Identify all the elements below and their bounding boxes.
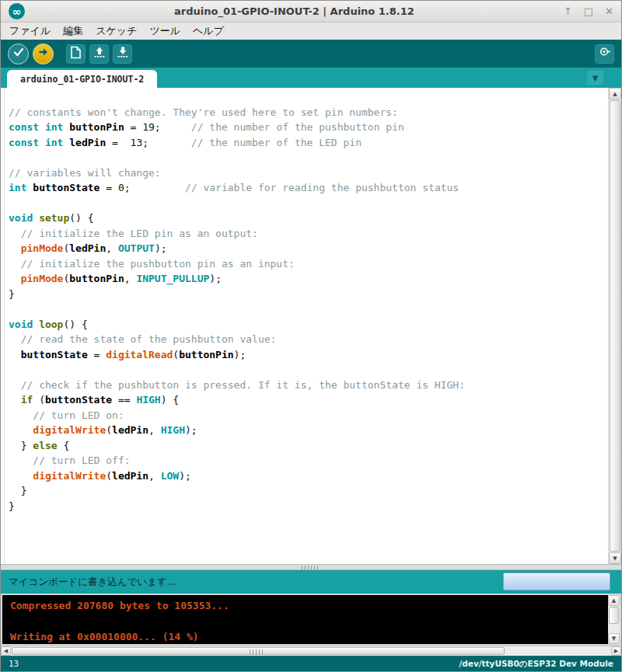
maximize-window-icon[interactable]: □ — [584, 6, 593, 16]
upload-status-message: マイコンボードに書き込んでいます... — [9, 576, 176, 589]
console-scroll-up-icon[interactable]: ▲ — [608, 595, 620, 606]
menu-file[interactable]: ファイル — [3, 23, 57, 40]
code-line[interactable]: } else { — [9, 440, 603, 455]
console-scrollbar-thumb[interactable] — [609, 607, 619, 624]
code-line[interactable]: digitalWrite(ledPin, HIGH); — [9, 424, 603, 440]
editor-vertical-scrollbar[interactable]: ▲ ▼ — [608, 88, 621, 564]
console-line — [10, 614, 603, 629]
console-scroll-down-icon[interactable]: ▼ — [608, 633, 620, 644]
editor-scrollbar-thumb[interactable] — [610, 100, 620, 552]
scroll-left-icon[interactable]: ◀ — [1, 646, 11, 656]
code-line[interactable]: const int buttonPin = 19; // the number … — [9, 121, 603, 137]
code-line[interactable]: // initialize the pushbutton pin as an i… — [9, 258, 603, 273]
scroll-up-icon[interactable]: ▲ — [609, 88, 621, 99]
menu-edit[interactable]: 編集 — [57, 23, 89, 40]
code-line[interactable]: void setup() { — [9, 212, 603, 228]
console-line: Compressed 207680 bytes to 105353... — [10, 598, 603, 614]
menu-help[interactable]: ヘルプ — [187, 23, 230, 40]
close-window-icon[interactable]: ✕ — [605, 6, 613, 16]
scroll-right-icon[interactable]: ▶ — [611, 646, 621, 656]
console-line: Writing at 0x00010000... (14 %) — [10, 629, 603, 644]
code-line[interactable] — [9, 91, 603, 106]
code-line[interactable]: // initialize the LED pin as an output: — [9, 228, 603, 243]
arrow-down-icon — [117, 46, 129, 61]
code-line[interactable]: digitalWrite(ledPin, LOW); — [9, 470, 603, 486]
serial-monitor-button[interactable] — [595, 44, 614, 64]
console-panel: Compressed 207680 bytes to 105353... Wri… — [1, 594, 621, 646]
code-line[interactable]: int buttonState = 0; // variable for rea… — [9, 182, 603, 197]
cursor-line-number: 13 — [9, 659, 19, 669]
splitter-grip-icon — [302, 566, 320, 569]
scroll-down-icon[interactable]: ▼ — [609, 552, 621, 564]
arduino-ide-window: ∞ arduino_01-GPIO-INOUT-2 | Arduino 1.8.… — [0, 0, 622, 672]
console-vertical-scrollbar[interactable]: ▲ ▼ — [608, 595, 620, 644]
footer-status-bar: 13 /dev/ttyUSB0のESP32 Dev Module — [1, 656, 621, 671]
code-line[interactable]: pinMode(buttonPin, INPUT_PULLUP); — [9, 273, 603, 288]
scrollbar-grip-icon — [250, 649, 264, 654]
arduino-logo-icon: ∞ — [9, 3, 25, 19]
upload-button[interactable] — [33, 44, 54, 64]
code-line[interactable]: void loop() { — [9, 319, 603, 334]
code-line[interactable]: buttonState = digitalRead(buttonPin); — [9, 349, 603, 364]
code-line[interactable]: // check if the pushbutton is pressed. I… — [9, 379, 603, 395]
code-editor[interactable]: // constants won't change. They're used … — [1, 88, 621, 564]
window-controls: ↑ □ ✕ — [564, 6, 613, 16]
arrow-up-icon — [93, 46, 106, 61]
code-line[interactable] — [9, 151, 603, 167]
code-line[interactable]: // turn LED on: — [9, 409, 603, 425]
code-line[interactable]: // constants won't change. They're used … — [9, 106, 603, 122]
new-sketch-button[interactable] — [66, 44, 86, 64]
right-arrow-icon — [37, 46, 50, 61]
code-line[interactable]: // read the state of the pushbutton valu… — [9, 333, 603, 349]
upload-progress-bar — [503, 573, 610, 590]
code-line[interactable]: } — [9, 500, 603, 516]
code-line[interactable] — [9, 303, 603, 319]
check-icon — [12, 46, 25, 61]
code-line[interactable]: } — [9, 288, 603, 304]
window-title: arduino_01-GPIO-INOUT-2 | Arduino 1.8.12 — [25, 5, 564, 17]
menu-tools[interactable]: ツール — [143, 23, 187, 40]
code-line[interactable]: pinMode(ledPin, OUTPUT); — [9, 242, 603, 258]
tab-active-sketch[interactable]: arduino_01-GPIO-INOUT-2 — [7, 70, 157, 88]
shade-window-icon[interactable]: ↑ — [564, 6, 572, 16]
menubar: ファイル編集スケッチツールヘルプ — [1, 23, 621, 40]
code-line[interactable]: // turn LED off: — [9, 454, 603, 470]
code-line[interactable]: const int ledPin = 13; // the number of … — [9, 137, 603, 152]
chevron-down-icon: ▼ — [592, 74, 599, 82]
magnifier-icon — [599, 46, 611, 61]
code-area[interactable]: // constants won't change. They're used … — [1, 88, 621, 515]
document-icon — [70, 46, 82, 62]
open-button[interactable] — [89, 44, 109, 64]
code-line[interactable]: // variables will change: — [9, 167, 603, 183]
horizontal-scrollbar-thumb[interactable] — [12, 647, 505, 655]
titlebar: ∞ arduino_01-GPIO-INOUT-2 | Arduino 1.8.… — [1, 1, 621, 23]
code-line[interactable] — [9, 364, 603, 379]
menu-sketch[interactable]: スケッチ — [89, 23, 143, 40]
board-port-label: /dev/ttyUSB0のESP32 Dev Module — [459, 659, 613, 670]
tabbar: arduino_01-GPIO-INOUT-2 ▼ — [1, 68, 621, 88]
code-line[interactable]: if (buttonState == HIGH) { — [9, 394, 603, 409]
tab-list-dropdown-button[interactable]: ▼ — [587, 71, 603, 85]
toolbar — [1, 40, 621, 68]
upload-status-bar: マイコンボードに書き込んでいます... — [1, 570, 621, 594]
save-button[interactable] — [113, 44, 132, 64]
editor-console-splitter[interactable] — [1, 564, 621, 570]
code-line[interactable] — [9, 197, 603, 213]
code-line[interactable]: } — [9, 485, 603, 500]
console-output: Compressed 207680 bytes to 105353... Wri… — [2, 595, 620, 644]
console-horizontal-scrollbar[interactable]: ◀ ▶ — [1, 646, 621, 656]
verify-button[interactable] — [8, 44, 29, 64]
